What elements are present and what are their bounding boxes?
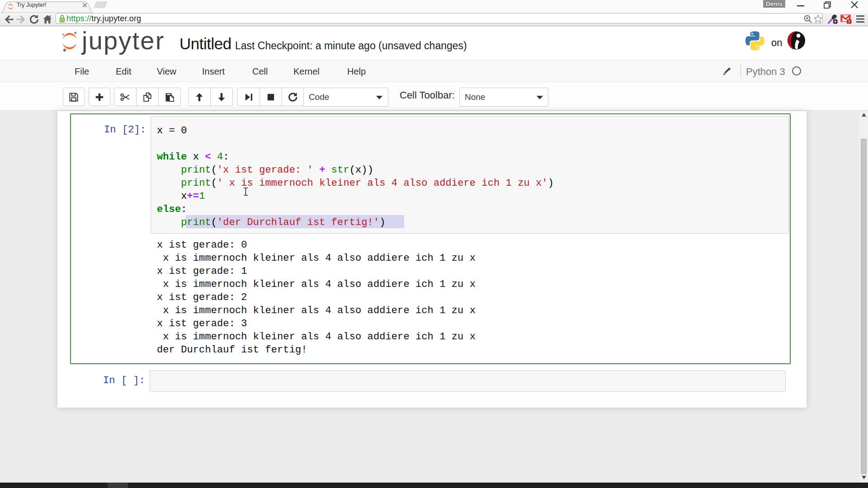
svg-text:7: 7	[848, 19, 850, 24]
